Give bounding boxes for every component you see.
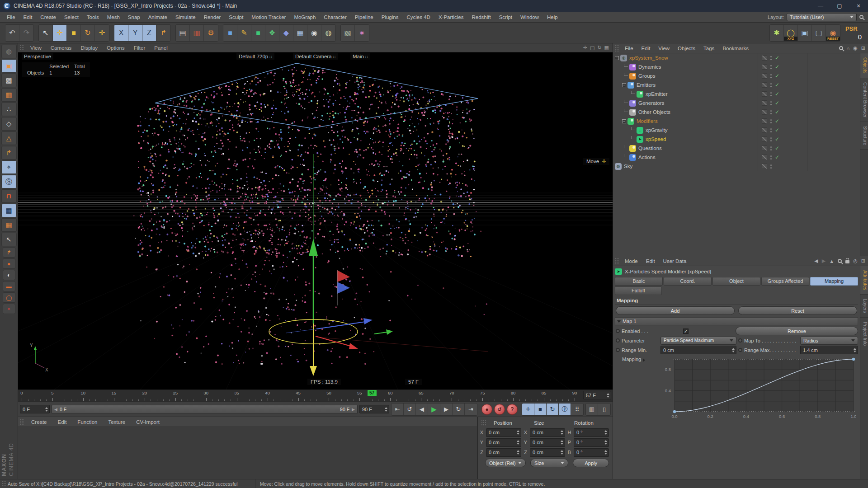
range-right-arrow-icon[interactable]: ▶ — [352, 407, 355, 412]
side-tab-project-info[interactable]: Project Info — [860, 318, 868, 350]
attr-menu-user-data[interactable]: User Data — [659, 258, 691, 264]
panel-grip[interactable] — [614, 258, 619, 264]
viewport-menu-options[interactable]: Options — [102, 45, 129, 51]
points-mode-button[interactable]: ∴ — [1, 103, 17, 116]
menu-render[interactable]: Render — [200, 14, 225, 20]
attr-menu-mode[interactable]: Mode — [621, 258, 642, 264]
coordinate-system-toggle[interactable]: ↱ — [156, 25, 170, 41]
viewport-menu-panel[interactable]: Panel — [150, 45, 172, 51]
camera-menu[interactable]: ◉ — [307, 25, 321, 41]
panel-grip[interactable] — [19, 45, 24, 51]
redo-button[interactable]: ↷ — [19, 25, 33, 41]
spinner-arrows-icon[interactable] — [560, 440, 565, 445]
spinner-arrows-icon[interactable] — [604, 430, 609, 435]
enable-snap-button[interactable]: U — [1, 189, 17, 203]
menu-mesh[interactable]: Mesh — [103, 14, 124, 20]
last-used-tool[interactable]: ✛ — [95, 25, 109, 41]
keyframe-point-level-toggle[interactable]: ⠿ — [571, 404, 583, 415]
attr-search-icon[interactable] — [838, 259, 842, 263]
om-addview-icon[interactable]: ⊞ — [861, 45, 865, 51]
layer-toggle-icon[interactable] — [762, 82, 767, 88]
xp-disc-button[interactable]: ◯ — [3, 292, 15, 303]
viewport-menu-filter[interactable]: Filter — [129, 45, 150, 51]
menu-edit[interactable]: Edit — [19, 14, 37, 20]
rotate-tool[interactable]: ↻ — [81, 25, 95, 41]
visibility-dots-icon[interactable] — [770, 137, 772, 141]
add-map-button[interactable]: Add — [616, 306, 735, 315]
undo-button[interactable]: ↶ — [5, 25, 19, 41]
tab-object[interactable]: Object — [712, 277, 760, 286]
generator-menu[interactable]: ❖ — [265, 25, 279, 41]
render-preset-chip[interactable]: Default 720p∷ — [236, 53, 274, 60]
menu-create[interactable]: Create — [36, 14, 60, 20]
enabled-check-icon[interactable]: ✓ — [775, 145, 780, 151]
coordinate-mode-select[interactable]: Object (Rel) — [485, 459, 526, 467]
xyz-manipulator-button[interactable]: ◯XYZ — [784, 25, 798, 41]
spinner-arrows-icon[interactable] — [606, 393, 611, 398]
maximize-button[interactable]: ▢ — [830, 0, 849, 12]
object-row-sky[interactable]: ◍Sky — [613, 162, 860, 171]
anim-dot-icon[interactable] — [616, 348, 620, 352]
menu-motion-tracker[interactable]: Motion Tracker — [247, 14, 290, 20]
rotation-h-field[interactable]: 0 ° — [574, 428, 609, 437]
previous-frame-button[interactable]: ◀ — [416, 404, 428, 415]
tab-falloff[interactable]: Falloff — [615, 286, 662, 295]
range-max-field[interactable]: 1.4 cm — [800, 346, 858, 354]
size-x-field[interactable]: 0 cm — [530, 428, 565, 437]
om-menu-view[interactable]: View — [654, 46, 674, 51]
loop-mode-button[interactable]: ↻ — [453, 404, 465, 415]
current-frame-marker[interactable]: 57 — [368, 390, 377, 396]
object-row-groups[interactable]: Groups✓ — [613, 71, 860, 80]
side-tab-attributes[interactable]: Attributes — [860, 266, 868, 295]
spinner-arrows-icon[interactable] — [516, 450, 521, 455]
snap-cube-a-button[interactable]: ▣ — [798, 25, 812, 41]
timeline-panel-body[interactable] — [18, 427, 477, 479]
range-left-arrow-icon[interactable]: ◀ — [54, 407, 57, 412]
live-selection-tool[interactable]: ↖ — [39, 25, 53, 41]
search-icon[interactable] — [859, 15, 863, 19]
history-back-icon[interactable]: ◀ — [814, 258, 818, 264]
visibility-dots-icon[interactable] — [770, 146, 772, 150]
move-tool[interactable]: ✛ — [53, 25, 67, 41]
spinner-arrows-icon[interactable] — [384, 407, 389, 412]
parameter-select[interactable]: Particle Speed Maximum — [660, 337, 736, 345]
minimal-interface-button[interactable]: ▯ — [598, 404, 610, 415]
menu-x-particles[interactable]: X-Particles — [434, 14, 468, 20]
expand-toggle-icon[interactable]: − — [622, 83, 626, 87]
spinner-arrows-icon[interactable] — [516, 440, 521, 445]
target-icon[interactable]: ◎ — [853, 258, 858, 264]
next-frame-button[interactable]: ▶ — [440, 404, 453, 415]
xp-axis-button[interactable]: ↱ — [3, 247, 15, 258]
layout-select[interactable]: Tutorials (User) — [787, 13, 857, 21]
workplane-mode-button[interactable]: ▦ — [1, 88, 17, 102]
lock-y-axis[interactable]: Y — [128, 25, 142, 41]
tab-coord[interactable]: Coord. — [664, 277, 712, 286]
xp-delete-button[interactable]: × — [3, 304, 15, 314]
add-cube-menu[interactable]: ■ — [223, 25, 237, 41]
xp-box-button[interactable]: ▬ — [3, 281, 15, 291]
object-row-xpspeed[interactable]: ➤xpSpeed✓ — [613, 135, 860, 144]
light-menu[interactable]: ◍ — [321, 25, 335, 41]
workplane-align-button[interactable]: ▦ — [1, 218, 17, 232]
record-keyframe-button[interactable]: ● — [481, 404, 492, 415]
visibility-dots-icon[interactable] — [770, 74, 772, 78]
enabled-checkbox[interactable]: ✓ — [683, 328, 689, 334]
range-min-field[interactable]: 0 cm — [660, 346, 736, 354]
spinner-arrows-icon[interactable] — [853, 348, 858, 352]
pick-object-icon[interactable]: ▲ — [829, 258, 834, 264]
keyframe-parameter-toggle[interactable]: Ⓟ — [559, 404, 571, 415]
size-mode-select[interactable]: Size — [530, 459, 568, 467]
side-tab-content-browser[interactable]: Content Browser — [860, 78, 868, 122]
attr-menu-edit[interactable]: Edit — [642, 258, 659, 264]
keyframe-position-toggle[interactable]: ✛ — [522, 404, 534, 415]
current-frame-field[interactable]: 57 F — [583, 391, 611, 399]
spinner-arrows-icon[interactable] — [516, 430, 521, 435]
object-row-xpgravity[interactable]: ↓xpGravity✓ — [613, 126, 860, 135]
enable-axis-button[interactable]: ↱ — [1, 146, 17, 160]
soft-selection-button[interactable]: Ⓢ — [1, 175, 17, 188]
spinner-arrows-icon[interactable] — [604, 440, 609, 445]
spinner-arrows-icon[interactable] — [44, 407, 49, 412]
menu-tools[interactable]: Tools — [83, 14, 103, 20]
keyframe-rotation-toggle[interactable]: ↻ — [547, 404, 559, 415]
menu-character[interactable]: Character — [320, 14, 351, 20]
